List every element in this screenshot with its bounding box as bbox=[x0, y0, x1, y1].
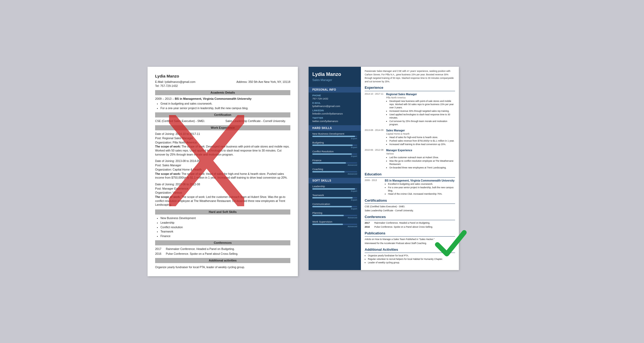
skill-2: Leadership bbox=[160, 221, 290, 225]
soft-skill-bar-bg-0 bbox=[312, 188, 357, 190]
resume-left: Lydia Manzo E-Mail: lydiafmanzo@gmail.co… bbox=[148, 67, 298, 276]
twitter-label: Twitter bbox=[312, 117, 357, 119]
cert-section-bar: Certification bbox=[155, 112, 290, 117]
address-value: 350 5th Ave New York, NY, 10118 bbox=[248, 80, 290, 83]
exp-right-2: Manager Experience Various Led the custo… bbox=[386, 149, 455, 169]
soft-skill-bar-fill-2 bbox=[312, 206, 352, 207]
work3-post: Post: Manager Experience bbox=[155, 187, 290, 191]
exp-company-1: Capital Home & Hearth bbox=[386, 132, 455, 136]
contact-right: Address: 350 5th Ave New York, NY, 10118 bbox=[236, 80, 290, 88]
hard-skill-bar-fill-1 bbox=[312, 145, 353, 146]
soft-skill-bar-fill-1 bbox=[312, 197, 353, 198]
soft-skill-label-3: Planning bbox=[312, 211, 357, 214]
exp-bullet: Used applied technologies to slash lead … bbox=[389, 113, 455, 120]
publications-container: Article on How to Manage a Sales Team Pu… bbox=[365, 238, 455, 245]
sidebar-header: Lydia Manzo Sales Manager bbox=[309, 67, 361, 84]
exp-entry-0: 2014-10 - 2017-11 Regional Sales Manager… bbox=[365, 93, 455, 127]
exp-bullet: Head of sales for high-end home & hearth… bbox=[389, 136, 455, 139]
soft-skill-level-1: Expert bbox=[312, 199, 357, 201]
exp-right-1: Sales Manager Capital Home & Hearth Head… bbox=[386, 129, 455, 147]
soft-skill-level-4: Advanced bbox=[312, 225, 357, 228]
cert-item-1: CSE (Certified Sales Executive) - SMEI. bbox=[155, 119, 220, 123]
twitter-info: Twitter twitter.com/lydiamanzo bbox=[309, 115, 361, 123]
hard-skill-level-3: Advanced bbox=[312, 164, 357, 166]
edu-entry-0: 2009 - 2013 BS in Management, Virginia C… bbox=[365, 179, 455, 196]
exp-header-0: 2014-10 - 2017-11 Regional Sales Manager… bbox=[365, 93, 455, 127]
conf-right-entry-1: 2016Pulse Conference. Spoke on a Panel a… bbox=[365, 226, 455, 229]
work-entry-3: Date of Joining: 2010-06 to 2012-08 Post… bbox=[155, 182, 290, 207]
conf-text-0: Rainmaker Conference. Headed a Panel on … bbox=[374, 222, 430, 225]
email-label: E-Mail: bbox=[155, 80, 164, 83]
soft-skill-3: Planning Advanced bbox=[309, 210, 361, 219]
exp-title-2: Manager Experience bbox=[386, 149, 455, 152]
right-wrapper: Lydia Manzo Sales Manager Personal Info … bbox=[309, 67, 459, 270]
cert-item-2: Sales Leadership Certificate - Cornell U… bbox=[225, 119, 290, 123]
email-value-r: lydiafmanzo@gmail.com bbox=[312, 105, 357, 108]
skill-3: Conflict resolution bbox=[160, 225, 290, 229]
edu-bullet: For a one-year senior project in leaders… bbox=[388, 186, 455, 193]
email-label-r: E-mail bbox=[312, 102, 357, 104]
soft-skill-bar-fill-0 bbox=[312, 188, 355, 190]
conferences-section: Conferences bbox=[365, 215, 455, 220]
exp-company-0: Pilla North America bbox=[386, 96, 455, 99]
soft-skill-bar-bg-3 bbox=[312, 215, 357, 216]
edu-bullet-1: Great in budgeting and sales coursework. bbox=[160, 102, 290, 106]
activities-text: Organize yearly fundraiser for local PTA… bbox=[155, 265, 290, 270]
edu-bullets-0: Excelled in budgeting and sales coursewo… bbox=[385, 183, 455, 196]
skill-1: New Business Development bbox=[160, 216, 290, 220]
activities-section: Additional Activities bbox=[365, 247, 455, 253]
soft-skill-label-1: Teamwork bbox=[312, 194, 357, 197]
certifications-container: CSE (Certified Sales Executive) - SMEI.S… bbox=[365, 205, 455, 212]
conf2-year: 2016 bbox=[155, 252, 163, 256]
academic-section-bar: Academic Details bbox=[155, 90, 290, 95]
resume-right: Lydia Manzo Sales Manager Personal Info … bbox=[309, 67, 459, 270]
work1-dates: Date of Joining: 2014-10 to 2017-11 bbox=[155, 132, 290, 136]
hard-skill-bar-fill-2 bbox=[312, 153, 352, 155]
hard-skill-bar-bg-4 bbox=[312, 171, 357, 172]
work3-dates: Date of Joining: 2010-06 to 2012-08 bbox=[155, 182, 290, 186]
soft-skill-4: Work Supervision Advanced bbox=[309, 219, 361, 228]
hard-skill-bar-fill-3 bbox=[312, 162, 346, 164]
work2-scope: The scope of work: The scope of work: He… bbox=[155, 172, 290, 180]
hard-skill-label-4: Coaching bbox=[312, 168, 357, 171]
exp-header-2: 2010-06 - 2012-08 Manager Experience Var… bbox=[365, 149, 455, 169]
exp-bullet: Increased revenue 30% through targeted s… bbox=[389, 110, 455, 113]
conf-text-1: Pulse Conference. Spoke on a Panel about… bbox=[374, 226, 433, 229]
soft-skill-bar-bg-2 bbox=[312, 206, 357, 207]
skills-list: New Business Development Leadership Conf… bbox=[155, 216, 290, 238]
exp-bullets-2: Led the customer outreach team at Hubert… bbox=[386, 156, 455, 169]
education-section: Education bbox=[365, 172, 455, 178]
hard-skill-2: Conflict Resolution Expert bbox=[309, 149, 361, 157]
work-entry-2: Date of Joining: 2013-08 to 2014-09 Post… bbox=[155, 159, 290, 179]
twitter-value: twitter.com/lydiamanzo bbox=[312, 120, 357, 123]
work-section-bar: Work Experience bbox=[155, 125, 290, 130]
soft-skill-bar-fill-4 bbox=[312, 224, 343, 225]
hard-skill-label-2: Conflict Resolution bbox=[312, 150, 357, 153]
cert-line-0: CSE (Certified Sales Executive) - SMEI. bbox=[365, 205, 455, 208]
exp-entry-1: 2013-08 - 2014-09 Sales Manager Capital … bbox=[365, 129, 455, 147]
edu-bullets: Great in budgeting and sales coursework.… bbox=[155, 102, 290, 110]
right-name: Lydia Manzo bbox=[312, 72, 357, 78]
tel-label: Tel: bbox=[155, 84, 159, 87]
exp-bullet: Cut turnover by 25% through team morale … bbox=[389, 120, 455, 126]
exp-entry-2: 2010-06 - 2012-08 Manager Experience Var… bbox=[365, 149, 455, 169]
activity-item-0: Organize yearly fundraiser for local PTA… bbox=[368, 254, 455, 257]
skills-section-bar: Hard and Soft Skills bbox=[155, 209, 290, 215]
experience-container: 2014-10 - 2017-11 Regional Sales Manager… bbox=[365, 93, 455, 170]
hard-skill-bar-bg-0 bbox=[312, 136, 357, 137]
linkedin-label: LinkedIn bbox=[312, 109, 357, 112]
hard-skill-label-1: Budgeting bbox=[312, 141, 357, 144]
exp-company-2: Various bbox=[386, 152, 455, 156]
soft-skill-label-4: Work Supervision bbox=[312, 220, 357, 223]
soft-skill-level-3: Advanced bbox=[312, 216, 357, 219]
soft-skill-1: Teamwork Expert bbox=[309, 192, 361, 201]
conf-2: 2016 Pulse Conference. Spoke on a Panel … bbox=[155, 252, 290, 256]
right-title: Sales Manager bbox=[312, 78, 357, 82]
skill-4: Teamwork bbox=[160, 230, 290, 234]
work3-org: Organization: Various bbox=[155, 191, 290, 195]
email-info: E-mail lydiafmanzo@gmail.com bbox=[309, 100, 361, 108]
certifications-section: Certifications bbox=[365, 198, 455, 204]
tel-value: 757-729-1432 bbox=[160, 84, 178, 87]
main-content: Passionate Sales Manager and CSE with 4+… bbox=[361, 67, 459, 270]
exp-right-0: Regional Sales Manager Pilla North Ameri… bbox=[386, 93, 455, 127]
